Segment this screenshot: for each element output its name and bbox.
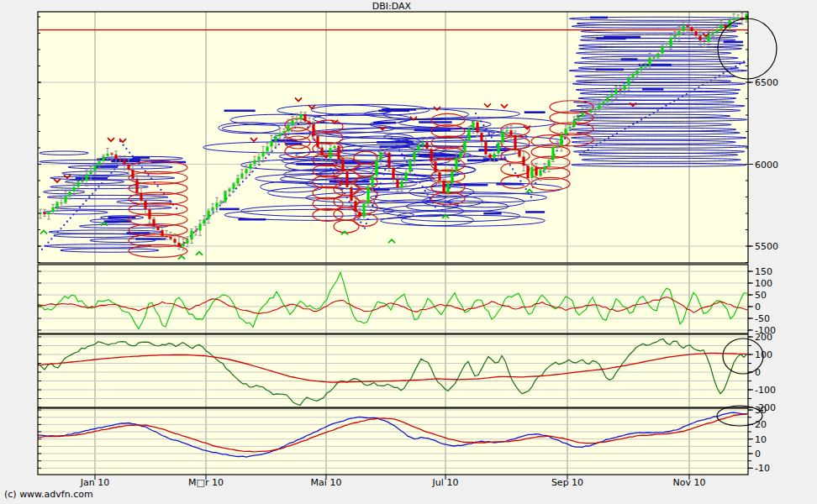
sar-dot (710, 79, 712, 81)
candle-up (219, 202, 222, 202)
candle-down (140, 193, 142, 201)
sar-dot (166, 197, 168, 198)
candle-up (291, 120, 293, 125)
sar-dot (686, 93, 688, 95)
sar-dot (421, 186, 423, 187)
candle-down (194, 230, 197, 231)
sar-dot (66, 221, 68, 223)
sar-dot (437, 210, 439, 212)
y-tick-label: 0 (755, 302, 761, 312)
sar-dot (620, 130, 622, 132)
sar-dot (329, 168, 331, 170)
sar-dot (625, 128, 626, 129)
sar-dot (441, 209, 443, 211)
candle-down (169, 237, 171, 239)
y-tick-label: 6500 (755, 77, 778, 88)
sar-dot (60, 228, 61, 229)
candle-up (577, 117, 579, 120)
candle-up (417, 145, 419, 151)
candle-up (627, 78, 630, 85)
candle-up (400, 181, 403, 187)
candle-up (472, 123, 474, 129)
candle-down (324, 155, 327, 158)
candle-up (459, 152, 461, 158)
candle-up (85, 174, 87, 181)
sar-dot (535, 182, 536, 184)
candle-down (337, 146, 340, 160)
candle-down (119, 160, 121, 160)
candle-up (572, 120, 575, 127)
sar-dot (76, 210, 77, 212)
sar-dot (125, 148, 127, 150)
candle-down (392, 168, 394, 180)
sar-dot (528, 192, 530, 194)
candle-up (669, 38, 672, 46)
sar-dot (698, 87, 699, 88)
sar-dot (522, 184, 524, 186)
sar-dot (255, 167, 256, 169)
candle-down (387, 153, 390, 168)
candle-up (497, 143, 499, 154)
sar-dot (488, 133, 490, 134)
candle-up (505, 130, 508, 131)
sar-dot (588, 149, 589, 150)
sar-dot (364, 227, 366, 228)
sar-dot (360, 222, 361, 223)
candle-up (287, 125, 289, 131)
candle-up (98, 161, 100, 165)
candle-down (123, 160, 125, 164)
candle-up (379, 152, 382, 160)
sar-dot (113, 168, 115, 170)
candle-up (467, 129, 470, 140)
sar-dot (608, 137, 609, 139)
candle-down (509, 130, 512, 135)
sar-dot (108, 176, 109, 177)
candle-up (257, 156, 260, 160)
candle-up (568, 127, 571, 129)
candle-up (76, 181, 79, 186)
sar-dot (54, 234, 55, 236)
candle-up (371, 176, 373, 186)
sar-dot (645, 117, 646, 118)
sar-dot (104, 179, 106, 181)
sar-dot (370, 209, 372, 211)
y-tick-label: 20 (755, 419, 767, 430)
sar-dot (169, 200, 171, 202)
candle-down (434, 162, 436, 172)
candle-up (182, 244, 184, 246)
candle-up (589, 110, 592, 113)
candle-down (152, 219, 155, 227)
sar-dot (424, 190, 426, 192)
candle-up (102, 156, 104, 161)
sar-dot (47, 241, 49, 243)
candle-up (614, 89, 617, 93)
sar-dot (79, 207, 81, 208)
y-tick-label: 50 (755, 290, 767, 301)
sar-dot (419, 181, 420, 183)
x-tick-label: Nov 10 (673, 477, 706, 488)
sar-dot (477, 117, 479, 118)
candle-up (719, 24, 722, 29)
candle-up (106, 154, 108, 156)
candle-up (673, 35, 676, 38)
y-tick-label: 100 (755, 278, 772, 289)
sar-dot (669, 102, 671, 104)
sar-dot (414, 174, 415, 176)
candle-up (186, 239, 188, 244)
sar-dot (719, 75, 720, 76)
sar-dot (616, 133, 618, 134)
candle-up (648, 58, 651, 66)
candle-down (703, 40, 705, 41)
sar-dot (665, 105, 667, 107)
candle-up (644, 66, 646, 67)
candle-down (438, 172, 440, 181)
candle-up (656, 54, 659, 58)
sar-dot (653, 112, 655, 113)
sar-dot (406, 161, 408, 163)
candle-up (606, 97, 609, 102)
candle-up (543, 167, 546, 171)
sar-dot (386, 165, 387, 166)
sar-dot (378, 186, 380, 188)
candle-up (278, 133, 281, 136)
sar-dot (372, 205, 373, 207)
